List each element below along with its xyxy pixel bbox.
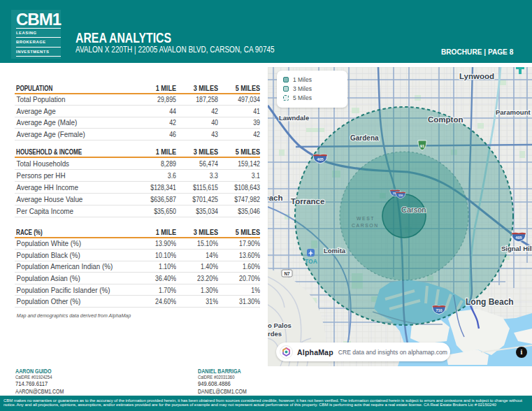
- svg-text:Beach: Beach: [268, 194, 283, 202]
- svg-text:Paramount: Paramount: [496, 108, 531, 116]
- svg-text:N7: N7: [284, 271, 290, 276]
- svg-text:Lomita: Lomita: [324, 247, 346, 254]
- svg-text:Torrance: Torrance: [291, 197, 324, 206]
- svg-text:TOA: TOA: [305, 258, 317, 265]
- svg-text:710: 710: [436, 308, 442, 312]
- svg-text:405: 405: [515, 236, 522, 240]
- svg-text:91: 91: [420, 144, 425, 148]
- svg-text:Lawndale: Lawndale: [279, 114, 309, 122]
- svg-text:Long Beach: Long Beach: [466, 297, 514, 307]
- svg-text:CARSON: CARSON: [352, 223, 379, 228]
- svg-text:405: 405: [317, 157, 324, 161]
- svg-text:WEST: WEST: [357, 216, 375, 221]
- svg-text:Gardena: Gardena: [350, 134, 379, 142]
- svg-text:Compton: Compton: [428, 115, 463, 124]
- svg-text:Carson: Carson: [401, 206, 426, 214]
- svg-text:rdes: rdes: [268, 330, 282, 338]
- svg-text:110: 110: [398, 194, 403, 197]
- svg-text:Lynwood: Lynwood: [459, 72, 494, 80]
- svg-text:o Palos: o Palos: [268, 322, 292, 329]
- svg-text:Signal Hill: Signal Hill: [501, 245, 532, 252]
